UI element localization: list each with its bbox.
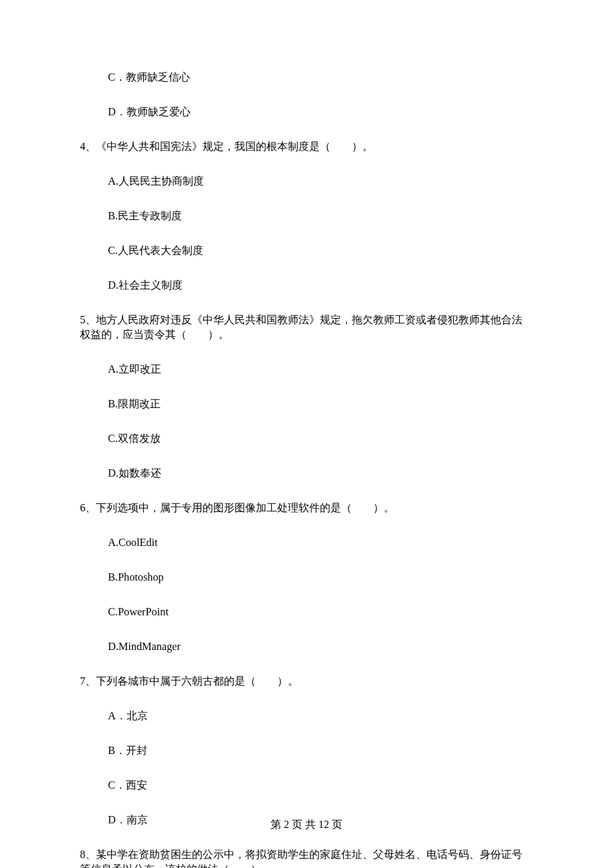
q5-stem: 5、地方人民政府对违反《中华人民共和国教师法》规定，拖欠教师工资或者侵犯教师其他… [80,313,533,342]
q4-option-c: C.人民代表大会制度 [108,243,533,258]
q6-stem: 6、下列选项中，属于专用的图形图像加工处理软件的是（ ）。 [80,501,533,515]
q5-option-b: B.限期改正 [108,397,533,411]
q4-option-b: B.民主专政制度 [108,209,533,223]
q4-option-a: A.人民民主协商制度 [108,174,533,189]
q5-option-d: D.如数奉还 [108,466,533,481]
q6-option-a: A.CoolEdit [108,535,533,550]
q4-stem: 4、《中华人共和国宪法》规定，我国的根本制度是（ ）。 [80,139,533,154]
q5-option-c: C.双倍发放 [108,431,533,446]
q3-option-c: C．教师缺乏信心 [108,70,533,85]
q7-option-b: B．开封 [108,743,533,758]
q7-option-a: A．北京 [108,709,533,723]
q8-stem: 8、某中学在资助贫困生的公示中，将拟资助学生的家庭住址、父母姓名、电话号码、身份… [80,847,533,868]
q4-option-d: D.社会主义制度 [108,278,533,293]
q6-option-c: C.PowerPoint [108,605,533,619]
q7-option-c: C．西安 [108,778,533,793]
q5-option-a: A.立即改正 [108,362,533,377]
q3-option-d: D．教师缺乏爱心 [108,105,533,119]
page-content: C．教师缺乏信心 D．教师缺乏爱心 4、《中华人共和国宪法》规定，我国的根本制度… [80,70,533,868]
q7-stem: 7、下列各城市中属于六朝古都的是（ ）。 [80,674,533,689]
page-footer: 第 2 页 共 12 页 [0,818,613,832]
q6-option-d: D.MindManager [108,639,533,654]
q6-option-b: B.Photoshop [108,570,533,585]
